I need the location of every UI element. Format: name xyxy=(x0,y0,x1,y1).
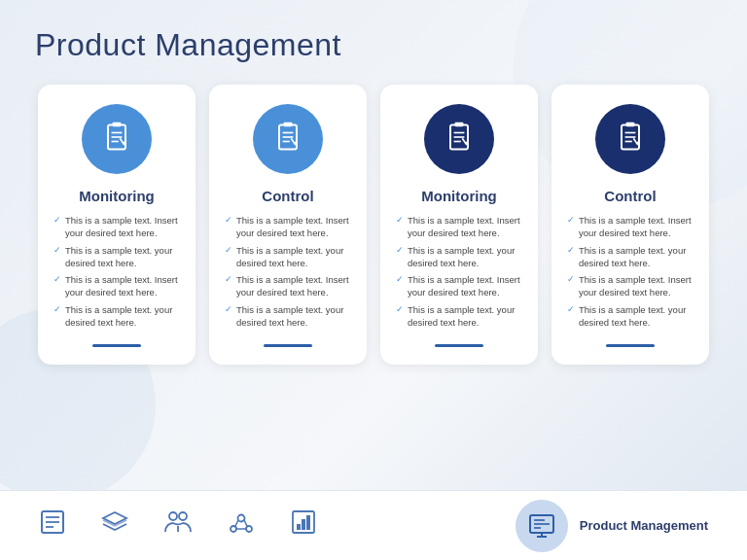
svg-rect-16 xyxy=(626,122,635,127)
team-icon[interactable] xyxy=(163,508,193,542)
card-4-icon-circle xyxy=(595,104,665,174)
card-3-title: Monitoring xyxy=(421,188,496,204)
card-3-list: This is a sample text. Insert your desir… xyxy=(396,214,522,332)
card-4-list: This is a sample text. Insert your desir… xyxy=(567,214,694,332)
list-item: This is a sample text. Insert your desir… xyxy=(567,214,694,240)
svg-point-29 xyxy=(231,526,236,532)
clipboard-icon-2 xyxy=(270,120,305,158)
svg-rect-35 xyxy=(297,524,301,530)
footer-right: Product Management xyxy=(516,500,708,552)
list-item: This is a sample text. Insert your desir… xyxy=(225,273,351,299)
svg-point-25 xyxy=(169,512,177,520)
list-item: This is a sample text. Insert your desir… xyxy=(53,273,180,299)
chart-icon[interactable] xyxy=(290,508,317,542)
card-2-title: Control xyxy=(262,188,313,204)
svg-rect-11 xyxy=(455,122,464,127)
card-1-divider xyxy=(92,344,141,347)
list-item: This is a sample text. your desired text… xyxy=(567,244,694,270)
cards-container: Monitoring This is a sample text. Insert… xyxy=(0,75,747,374)
card-3-divider xyxy=(435,344,483,347)
card-monitoring-1: Monitoring This is a sample text. Insert… xyxy=(38,85,196,365)
list-item: This is a sample text. your desired text… xyxy=(225,303,351,330)
list-item: This is a sample text. your desired text… xyxy=(396,303,522,330)
network-icon[interactable] xyxy=(228,508,255,542)
clipboard-icon-1 xyxy=(99,120,134,158)
list-item: This is a sample text. your desired text… xyxy=(225,244,351,270)
list-item: This is a sample text. your desired text… xyxy=(396,244,522,270)
list-item: This is a sample text. Insert your desir… xyxy=(396,273,522,299)
list-icon[interactable] xyxy=(39,508,66,542)
svg-point-26 xyxy=(179,512,187,520)
list-item: This is a sample text. your desired text… xyxy=(53,244,180,270)
card-monitoring-2: Monitoring This is a sample text. Insert… xyxy=(380,85,538,365)
clipboard-icon-3 xyxy=(442,120,477,158)
footer-badge xyxy=(516,500,568,552)
card-3-icon-circle xyxy=(424,104,494,174)
footer-label: Product Management xyxy=(580,518,708,533)
card-control-2: Control This is a sample text. Insert yo… xyxy=(551,85,709,365)
card-1-icon-circle xyxy=(82,104,152,174)
svg-rect-36 xyxy=(302,519,305,530)
footer: Product Management xyxy=(0,490,747,560)
card-control-1: Control This is a sample text. Insert yo… xyxy=(209,85,367,365)
card-1-list: This is a sample text. Insert your desir… xyxy=(53,214,180,332)
card-2-divider xyxy=(264,344,312,347)
list-item: This is a sample text. Insert your desir… xyxy=(567,273,694,299)
svg-rect-37 xyxy=(306,515,310,530)
list-item: This is a sample text. Insert your desir… xyxy=(53,214,180,240)
svg-line-31 xyxy=(235,520,238,526)
card-4-divider xyxy=(606,344,655,347)
list-item: This is a sample text. your desired text… xyxy=(567,303,694,330)
svg-point-30 xyxy=(246,526,252,532)
list-item: This is a sample text. your desired text… xyxy=(53,303,180,330)
card-2-icon-circle xyxy=(253,104,323,174)
card-4-title: Control xyxy=(604,188,656,204)
svg-rect-1 xyxy=(113,122,122,127)
card-2-list: This is a sample text. Insert your desir… xyxy=(225,214,351,332)
clipboard-icon-4 xyxy=(613,120,648,158)
card-1-title: Monitoring xyxy=(79,188,154,204)
svg-line-32 xyxy=(244,520,247,526)
list-item: This is a sample text. Insert your desir… xyxy=(396,214,522,240)
svg-rect-6 xyxy=(284,122,293,127)
footer-icons xyxy=(39,508,317,542)
page-background: Product Management Monitoring xyxy=(0,0,747,560)
list-item: This is a sample text. Insert your desir… xyxy=(225,214,351,240)
layers-icon[interactable] xyxy=(101,508,128,542)
